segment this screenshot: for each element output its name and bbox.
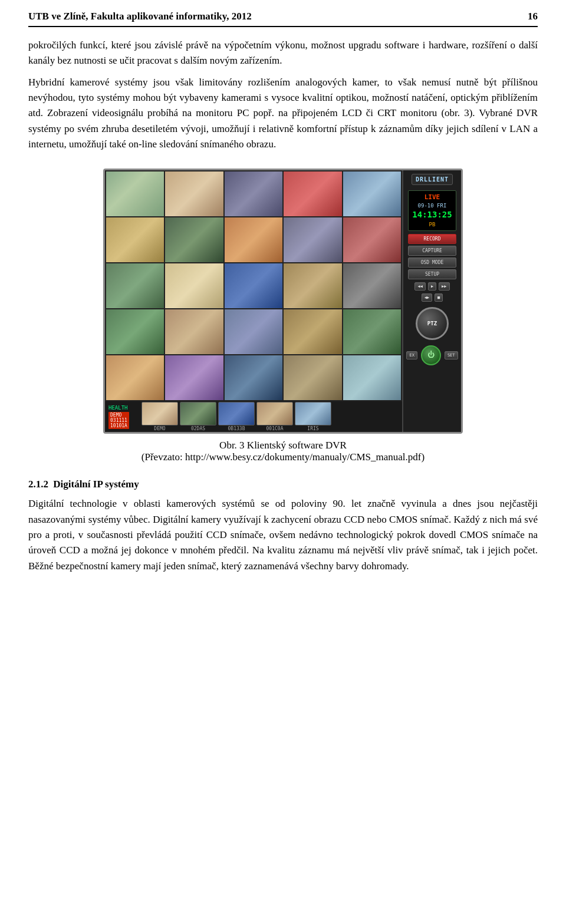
dvr-main-area: HEALTH DEMO03111110101A DEMO 02DAS xyxy=(105,170,402,432)
section-number: 2.1.2 xyxy=(28,478,48,490)
dvr-power-button[interactable]: ⏻ xyxy=(421,345,441,365)
dvr-thumb-2: 0B133B xyxy=(218,402,255,431)
cam-cell-17 xyxy=(165,309,223,354)
dvr-thumb-img-4 xyxy=(295,402,331,425)
dvr-thumb-label-0: DEMO xyxy=(154,426,165,431)
body-paragraph-q1: Digitální technologie v oblasti kamerový… xyxy=(28,496,538,574)
dvr-btn-44[interactable]: ◀▶ xyxy=(422,293,432,302)
dvr-power-row: EX ⏻ SET xyxy=(406,345,458,365)
dvr-time: 14:13:25 xyxy=(412,209,453,221)
dvr-time-block: LIVE 09-10 FRI 14:13:25 PB xyxy=(408,190,456,230)
dvr-thumb-strip: DEMO 02DAS 0B133B 001C0A xyxy=(142,402,399,431)
dvr-ptz-label: PTZ xyxy=(427,321,437,326)
dvr-thumb-label-4: IRIS xyxy=(307,426,318,431)
dvr-btn-ex1[interactable]: EX xyxy=(406,351,417,359)
figure-source: (Převzato: http://www.besy.cz/dokumenty/… xyxy=(142,451,424,463)
dvr-thumb-img-0 xyxy=(142,402,178,425)
dvr-thumb-0: DEMO xyxy=(142,402,178,431)
cam-cell-14 xyxy=(284,263,341,308)
dvr-sidebar: DRLLIENT LIVE 09-10 FRI 14:13:25 PB RECO… xyxy=(402,170,461,432)
cam-cell-7 xyxy=(165,217,223,262)
cam-cell-22 xyxy=(165,355,223,400)
cam-cell-8 xyxy=(225,217,282,262)
dvr-thumb-img-3 xyxy=(256,402,293,425)
cam-cell-24 xyxy=(284,355,341,400)
dvr-screenshot: HEALTH DEMO03111110101A DEMO 02DAS xyxy=(103,169,463,434)
cam-cell-25 xyxy=(343,355,401,400)
section-title: Digitální IP systémy xyxy=(53,478,139,490)
cam-cell-12 xyxy=(165,263,223,308)
figure-block: HEALTH DEMO03111110101A DEMO 02DAS xyxy=(28,169,538,463)
cam-cell-11 xyxy=(106,263,164,308)
cam-cell-3 xyxy=(225,171,282,216)
cam-cell-18 xyxy=(225,309,282,354)
dvr-thumb-img-2 xyxy=(218,402,255,425)
cam-cell-23 xyxy=(225,355,282,400)
cam-cell-15 xyxy=(343,263,401,308)
cam-cell-10 xyxy=(343,217,401,262)
cam-cell-1 xyxy=(106,171,164,216)
dvr-demo-label: DEMO03111110101A xyxy=(108,412,129,429)
dvr-thumb-label-2: 0B133B xyxy=(228,426,245,431)
cam-cell-4 xyxy=(284,171,341,216)
cam-cell-20 xyxy=(343,309,401,354)
dvr-health-label: HEALTH xyxy=(108,405,128,411)
dvr-btn-ex2[interactable]: SET xyxy=(445,351,458,359)
dvr-btn-play[interactable]: ▶ xyxy=(428,282,436,291)
dvr-date: 09-10 FRI xyxy=(412,202,453,210)
dvr-btn-setup[interactable]: SETUP xyxy=(408,269,456,279)
dvr-thumb-img-1 xyxy=(180,402,216,425)
dvr-thumb-4: IRIS xyxy=(295,402,331,431)
cam-cell-13 xyxy=(225,263,282,308)
dvr-extra-controls: ◀▶ ■ xyxy=(422,293,443,302)
cam-cell-2 xyxy=(165,171,223,216)
cam-cell-21 xyxy=(106,355,164,400)
cam-cell-6 xyxy=(106,217,164,262)
page-container: UTB ve Zlíně, Fakulta aplikované informa… xyxy=(0,0,566,598)
dvr-btn-record[interactable]: RECORD xyxy=(408,234,456,244)
paragraph-2: Hybridní kamerové systémy jsou však limi… xyxy=(28,75,538,153)
dvr-btn-osd[interactable]: OSD MODE xyxy=(408,258,456,268)
dvr-ptz-knob[interactable]: PTZ xyxy=(416,307,449,340)
dvr-btn-next[interactable]: ▶▶ xyxy=(439,282,449,291)
dvr-playback-controls: ◀◀ ▶ ▶▶ xyxy=(414,282,449,291)
dvr-btn-stop[interactable]: ■ xyxy=(435,293,443,302)
section-heading: 2.1.2 Digitální IP systémy xyxy=(28,478,538,490)
paragraph-1: pokročilých funkcí, které jsou závislé p… xyxy=(28,38,538,69)
dvr-btn-prev[interactable]: ◀◀ xyxy=(414,282,425,291)
cam-cell-16 xyxy=(106,309,164,354)
dvr-logo: DRLLIENT xyxy=(412,174,453,185)
dvr-thumb-1: 02DAS xyxy=(180,402,216,431)
dvr-bottom-bar: HEALTH DEMO03111110101A DEMO 02DAS xyxy=(105,401,402,432)
dvr-camera-grid xyxy=(105,170,402,401)
header-title: UTB ve Zlíně, Fakulta aplikované informa… xyxy=(28,11,252,22)
cam-cell-19 xyxy=(284,309,341,354)
dvr-pb-label: PB xyxy=(412,221,453,229)
dvr-thumb-3: 001C0A xyxy=(256,402,293,431)
dvr-btn-group: RECORD CAPTURE OSD MODE SETUP xyxy=(408,234,456,279)
page-header: UTB ve Zlíně, Fakulta aplikované informa… xyxy=(28,11,538,27)
dvr-thumb-label-1: 02DAS xyxy=(191,426,205,431)
dvr-live-label: LIVE xyxy=(412,193,453,202)
dvr-thumb-label-3: 001C0A xyxy=(266,426,284,431)
dvr-btn-capture[interactable]: CAPTURE xyxy=(408,246,456,256)
cam-cell-5 xyxy=(343,171,401,216)
figure-caption: Obr. 3 Klientský software DVR xyxy=(219,440,347,451)
header-page-number: 16 xyxy=(528,11,538,22)
cam-cell-9 xyxy=(284,217,341,262)
